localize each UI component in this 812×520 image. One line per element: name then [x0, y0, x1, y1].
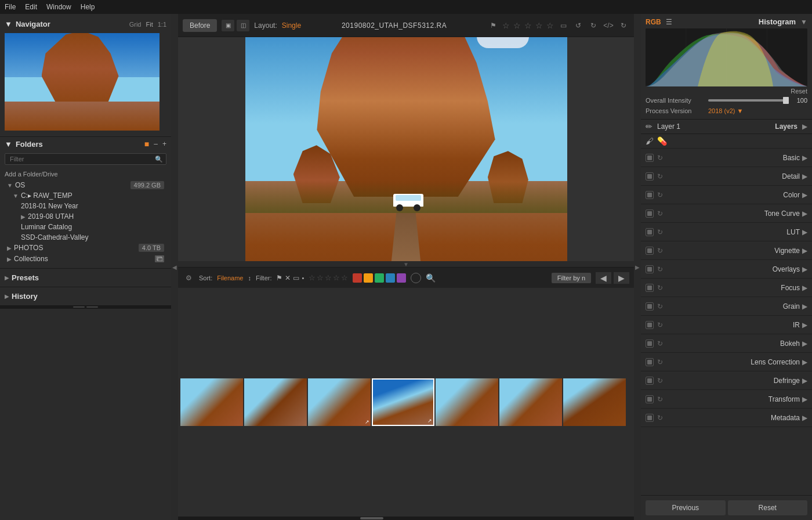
filmstrip-thumb-7[interactable] [563, 378, 626, 426]
adj-arrow-11[interactable]: ▶ [802, 358, 807, 366]
adjustment-item-lut[interactable]: ↻ LUT ▶ [641, 223, 812, 241]
adj-refresh-13[interactable]: ↻ [657, 395, 663, 403]
adjustment-item-overlays[interactable]: ↻ Overlays ▶ [641, 260, 812, 279]
folder-os[interactable]: ▼ OS 499.2 GB [5, 180, 166, 190]
adj-toggle-1[interactable] [646, 172, 654, 180]
folder-minus[interactable]: – [154, 140, 158, 148]
folder-2019-utah[interactable]: ▶ 2019-08 UTAH [5, 211, 166, 222]
adjustment-item-color[interactable]: ↻ Color ▶ [641, 186, 812, 204]
presets-header[interactable]: ▶ Presets [5, 271, 166, 284]
filter-star-3[interactable]: ☆ [325, 273, 332, 282]
navigator-header[interactable]: ▼ Navigator Grid Fit 1:1 [5, 17, 166, 31]
layers-arrow[interactable]: ▶ [802, 122, 807, 131]
left-collapse-arrow[interactable]: ◀ [171, 14, 178, 520]
adj-arrow-7[interactable]: ▶ [802, 284, 807, 292]
before-button[interactable]: Before [183, 19, 217, 32]
adj-refresh-6[interactable]: ↻ [657, 265, 663, 273]
adj-refresh-9[interactable]: ↻ [657, 321, 663, 329]
color-red[interactable] [353, 273, 362, 283]
adj-refresh-3[interactable]: ↻ [657, 210, 663, 218]
adjustment-item-focus[interactable]: ↻ Focus ▶ [641, 279, 812, 297]
adj-toggle-3[interactable] [646, 210, 654, 218]
histogram-reset-label[interactable]: Reset [646, 86, 807, 95]
filmstrip-search-icon[interactable]: 🔍 [426, 273, 436, 283]
sort-direction-icon[interactable]: ↕ [248, 275, 251, 281]
view-icon-compare[interactable]: ◫ [237, 20, 249, 31]
nav-grid[interactable]: Grid [129, 21, 142, 28]
adj-refresh-14[interactable]: ↻ [657, 414, 663, 422]
adj-refresh-1[interactable]: ↻ [657, 172, 663, 180]
adjustment-item-tone-curve[interactable]: ↻ Tone Curve ▶ [641, 204, 812, 223]
adj-toggle-2[interactable] [646, 191, 654, 199]
color-blue[interactable] [386, 273, 395, 283]
adj-refresh-0[interactable]: ↻ [657, 154, 663, 162]
adj-arrow-1[interactable]: ▶ [802, 172, 807, 180]
histogram-arrow[interactable]: ▼ [800, 18, 807, 26]
adj-toggle-5[interactable] [646, 247, 654, 255]
layer-eyedrop-icon[interactable]: 💊 [657, 136, 667, 146]
adjustment-item-grain[interactable]: ↻ Grain ▶ [641, 297, 812, 316]
flag-icon[interactable]: ⚑ [487, 20, 499, 31]
folder-2018-new-year[interactable]: 2018-01 New Year [5, 201, 166, 211]
menu-file[interactable]: File [5, 3, 16, 11]
filmstrip-thumb-6[interactable] [499, 378, 562, 426]
adj-toggle-8[interactable] [646, 302, 654, 310]
filmstrip-scrollbar-area[interactable] [178, 517, 634, 520]
folder-ssd-cathedral[interactable]: SSD-Cathedral-Valley [5, 232, 166, 243]
filter-star-5[interactable]: ☆ [341, 273, 348, 282]
adj-arrow-0[interactable]: ▶ [802, 154, 807, 162]
star-1[interactable]: ☆ [502, 21, 510, 30]
star-5[interactable]: ☆ [546, 21, 554, 30]
filmstrip-next-arrow[interactable]: ▶ [614, 272, 629, 284]
filter-star-4[interactable]: ☆ [333, 273, 340, 282]
folder-filter-input[interactable] [5, 153, 166, 165]
menu-help[interactable]: Help [81, 3, 95, 11]
adj-arrow-5[interactable]: ▶ [802, 247, 807, 255]
filmstrip-thumb-2[interactable] [244, 378, 307, 426]
adj-toggle-0[interactable] [646, 154, 654, 162]
adjustment-item-vignette[interactable]: ↻ Vignette ▶ [641, 241, 812, 260]
adj-refresh-4[interactable]: ↻ [657, 228, 663, 236]
adjustment-item-detail[interactable]: ↻ Detail ▶ [641, 167, 812, 186]
adj-refresh-11[interactable]: ↻ [657, 358, 663, 366]
rgb-label[interactable]: RGB [646, 18, 661, 26]
filter-by-button[interactable]: Filter by n [552, 273, 591, 283]
adj-toggle-6[interactable] [646, 265, 654, 273]
filmstrip-thumb-5[interactable] [436, 378, 498, 426]
filmstrip-prev-arrow[interactable]: ◀ [596, 272, 611, 284]
adjustment-item-basic[interactable]: ↻ Basic ▶ [641, 149, 812, 167]
adjustment-item-lens-correction[interactable]: ↻ Lens Correction ▶ [641, 353, 812, 371]
star-4[interactable]: ☆ [535, 21, 543, 30]
color-yellow[interactable] [364, 273, 373, 283]
previous-button[interactable]: Previous [646, 500, 726, 515]
reset-button[interactable]: Reset [728, 500, 808, 515]
add-folder-link[interactable]: Add a Folder/Drive [5, 169, 166, 179]
nav-fit[interactable]: Fit [146, 21, 153, 28]
adj-toggle-14[interactable] [646, 414, 654, 422]
sort-value[interactable]: Filename [217, 275, 243, 281]
adj-arrow-2[interactable]: ▶ [802, 191, 807, 199]
collections-row[interactable]: ▶ Collections [5, 253, 166, 265]
adj-toggle-4[interactable] [646, 228, 654, 236]
adj-arrow-10[interactable]: ▶ [802, 340, 807, 348]
layers-button[interactable]: Layers [775, 122, 798, 131]
view-icon-grid[interactable]: ▣ [222, 20, 234, 31]
rotate-left-icon[interactable]: ↺ [572, 20, 584, 31]
color-purple[interactable] [397, 273, 406, 283]
filmstrip-settings-icon[interactable]: ⚙ [183, 272, 194, 284]
folder-photos[interactable]: ▶ PHOTOS 4.0 TB [5, 243, 166, 253]
filter-bracket-icon[interactable]: ▭ [293, 274, 299, 282]
adjustment-item-transform[interactable]: ↻ Transform ▶ [641, 390, 812, 409]
filter-circle-icon[interactable] [411, 273, 421, 283]
star-2[interactable]: ☆ [513, 21, 521, 30]
adj-refresh-7[interactable]: ↻ [657, 284, 663, 292]
crop-icon[interactable]: ▭ [557, 20, 569, 31]
adj-arrow-3[interactable]: ▶ [802, 210, 807, 218]
right-collapse-arrow[interactable]: ▶ [634, 14, 641, 520]
menu-window[interactable]: Window [46, 3, 71, 11]
adj-toggle-10[interactable] [646, 340, 654, 348]
adj-arrow-9[interactable]: ▶ [802, 321, 807, 329]
rotate-right-icon[interactable]: ↻ [588, 20, 599, 31]
adj-toggle-7[interactable] [646, 284, 654, 292]
menu-edit[interactable]: Edit [25, 3, 37, 11]
